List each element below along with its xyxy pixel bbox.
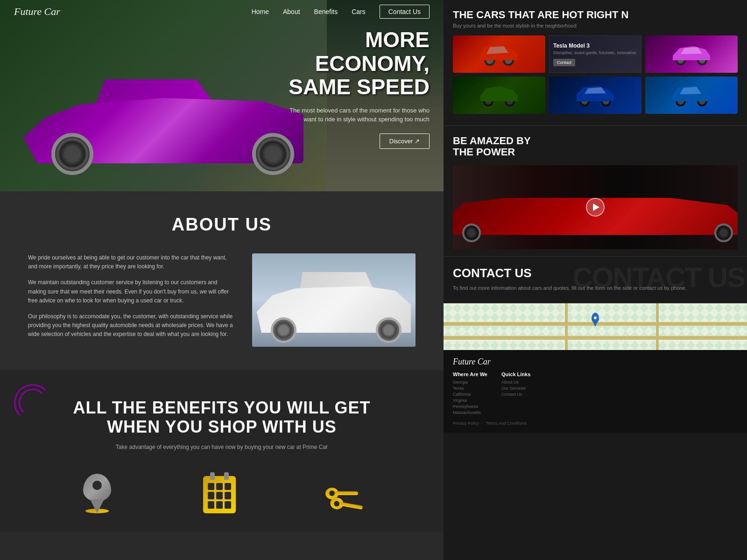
hot-cars-title: THE CARS THAT ARE HOT RIGHT N	[453, 9, 738, 21]
key-shaft2	[339, 502, 363, 510]
key1	[325, 488, 358, 499]
contact-section: contact us CONTACT US To find out more i…	[444, 257, 747, 303]
terms-link[interactable]: Terms And Conditions	[486, 421, 527, 426]
pin-shape	[83, 474, 111, 506]
pin-hole	[92, 481, 102, 490]
tesla-name: Tesla Model 3	[553, 42, 637, 49]
footer-where-title: Where Are We	[453, 371, 487, 377]
map-pin	[592, 313, 599, 323]
nissan-wheel-right	[376, 317, 402, 343]
notepad-clip1	[210, 472, 215, 480]
notepad-dot7	[208, 501, 214, 509]
footer-link-2[interactable]: Contact Us	[501, 392, 530, 397]
about-para1: We pride ourselves at being able to get …	[28, 253, 233, 271]
right-sidebar: THE CARS THAT ARE HOT RIGHT N Buy yours …	[444, 0, 747, 560]
discover-button[interactable]: Discover ↗	[380, 133, 430, 149]
tesla-card: Tesla Model 3 Disruptive, avant-garde, f…	[549, 35, 641, 73]
nissan-wheel-left	[271, 317, 296, 343]
tesla-contact-button[interactable]: Contact	[553, 59, 575, 66]
car-card-6[interactable]	[645, 77, 738, 114]
navbar: Future Car Home About Benefits Cars Cont…	[0, 0, 444, 23]
footer-where-5: Massachusetts	[453, 410, 487, 415]
red-car-wheel-right	[714, 224, 733, 242]
notepad-dot8	[216, 501, 223, 509]
hero-background	[0, 0, 327, 191]
nav-links: Home About Benefits Cars	[252, 8, 366, 15]
footer-where-2: California	[453, 392, 487, 397]
hero-subtitle: The most beloved cars of the moment for …	[280, 106, 430, 124]
car-cards-grid: Tesla Model 3 Disruptive, avant-garde, f…	[453, 35, 738, 114]
red-car-wheel-left	[462, 224, 481, 242]
footer-links-title: Quick Links	[501, 371, 530, 377]
about-para2: We maintain outstanding customer service…	[28, 278, 233, 305]
map-road-v1	[565, 303, 568, 350]
map-road-v2	[656, 303, 659, 350]
car-card-5[interactable]	[549, 77, 641, 114]
contact-bg-text: contact us	[572, 261, 745, 294]
footer-section: Future Car Where Are We Georgia Texas Ca…	[444, 350, 747, 433]
car-wheel-left	[51, 133, 93, 175]
about-content: We pride ourselves at being able to get …	[28, 253, 416, 347]
notepad-dot4	[208, 492, 214, 499]
brand-logo: Future Car	[14, 6, 60, 18]
nav-cars[interactable]: Cars	[352, 8, 366, 15]
nav-home[interactable]: Home	[252, 8, 269, 15]
benefits-title: ALL THE BENEFITS YOU WILL GET WHEN YOU S…	[28, 398, 416, 437]
benefits-section: ALL THE BENEFITS YOU WILL GET WHEN YOU S…	[0, 370, 444, 532]
about-text: We pride ourselves at being able to get …	[28, 253, 233, 346]
keys-shape	[325, 485, 363, 513]
nav-benefits[interactable]: Benefits	[314, 8, 338, 15]
map-pin-dot	[594, 316, 597, 319]
hot-cars-subtitle: Buy yours and be the most stylish in the…	[453, 23, 738, 28]
hero-title: MORE ECONOMY, SAME SPEED	[280, 28, 430, 99]
map-road-h2	[444, 336, 747, 340]
map-background	[444, 303, 747, 350]
tesla-desc: Disruptive, avant-garde, futuristic, inn…	[553, 50, 637, 56]
contact-button[interactable]: Contact Us	[380, 5, 430, 19]
footer-where-4: Pennsylvania	[453, 404, 487, 409]
hero-text: MORE ECONOMY, SAME SPEED The most belove…	[280, 28, 430, 149]
power-title: BE AMAZED BYTHE POWER	[453, 135, 738, 158]
footer-where-1: Texas	[453, 386, 487, 391]
notepad-clip2	[224, 472, 229, 480]
notepad-icon-container	[198, 476, 240, 513]
arc2	[19, 389, 47, 417]
key-shaft1	[335, 491, 358, 495]
power-video[interactable]	[453, 165, 738, 249]
play-icon	[593, 203, 599, 211]
notepad-dot3	[225, 483, 231, 490]
about-para3: Our philosophy is to accomodate you, the…	[28, 312, 233, 339]
privacy-link[interactable]: Privacy Policy	[453, 421, 479, 426]
location-icon-container	[78, 474, 116, 513]
notepad-dot5	[216, 492, 223, 499]
footer-where-3: Virginia	[453, 398, 487, 403]
footer-link-1[interactable]: Our Services	[501, 386, 530, 391]
keys-icon-container	[323, 485, 365, 513]
footer-columns: Where Are We Georgia Texas California Vi…	[453, 371, 738, 416]
pin-circle	[83, 474, 111, 502]
map-section[interactable]	[444, 303, 747, 350]
notepad-dot1	[208, 483, 214, 490]
hot-cars-section: THE CARS THAT ARE HOT RIGHT N Buy yours …	[444, 0, 747, 126]
about-title: ABOUT US	[28, 215, 416, 235]
about-section: ABOUT US We pride ourselves at being abl…	[0, 191, 444, 370]
footer-links: Quick Links About Us Our Services Contac…	[501, 371, 530, 416]
benefits-icons	[28, 474, 416, 513]
footer-brand: Future Car	[453, 357, 738, 367]
footer-where-0: Georgia	[453, 380, 487, 385]
power-section: BE AMAZED BYTHE POWER	[444, 126, 747, 256]
footer-link-0[interactable]: About Us	[501, 380, 530, 385]
footer-bottom: Privacy Policy Terms And Conditions	[453, 421, 738, 426]
play-button[interactable]	[586, 198, 605, 217]
nav-about[interactable]: About	[283, 8, 300, 15]
notepad-shape	[203, 476, 236, 513]
car-card-1[interactable]	[453, 35, 545, 73]
notepad-dot6	[225, 492, 231, 499]
footer-where: Where Are We Georgia Texas California Vi…	[453, 371, 487, 416]
notepad-dot2	[216, 483, 223, 490]
benefits-subtitle: Take advantage of everything you can hav…	[28, 444, 416, 450]
hero-car	[14, 61, 317, 182]
car-card-4[interactable]	[453, 77, 545, 114]
car-card-3[interactable]	[645, 35, 738, 73]
hero-section: MORE ECONOMY, SAME SPEED The most belove…	[0, 0, 444, 191]
